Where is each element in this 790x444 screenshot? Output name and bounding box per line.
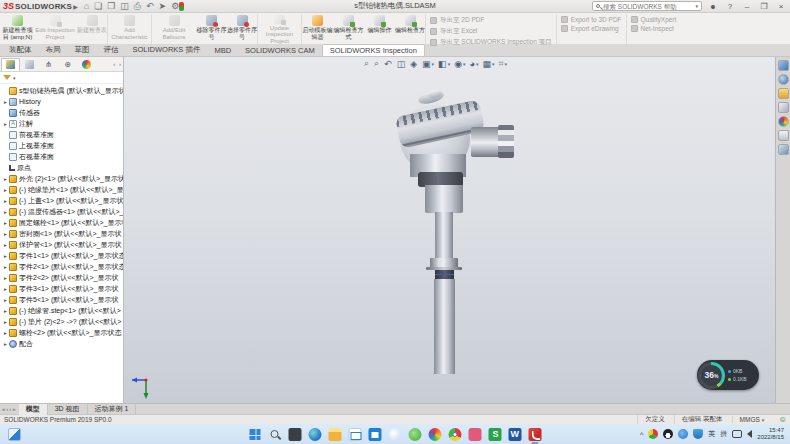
headsup-icon[interactable]: ⌕ xyxy=(374,58,380,69)
qat-icon[interactable]: ↶ xyxy=(146,1,154,11)
help-button[interactable]: ? xyxy=(724,2,736,11)
tree-item[interactable]: 右视基准面 xyxy=(0,151,123,162)
login-icon[interactable]: ☻ xyxy=(707,3,719,10)
model-tab[interactable]: 模型 xyxy=(19,404,48,415)
expand-arrow-icon[interactable]: ▸ xyxy=(2,297,9,303)
tree-item[interactable]: 原点 xyxy=(0,162,123,173)
gpu-tray-icon[interactable] xyxy=(648,429,658,439)
headsup-icon[interactable]: ◈ xyxy=(410,59,418,69)
export-menu-item[interactable]: 导出至 SOLIDWORKS Inspection 项目 xyxy=(430,38,552,47)
tree-item[interactable]: ▸ (-) 上盖<1> (默认<<默认>_显示状 xyxy=(0,195,123,206)
status-help-icon[interactable]: ⊜ xyxy=(779,415,786,424)
taskbar-icon[interactable] xyxy=(329,428,342,441)
tree-item[interactable]: ▸ 零件5<1> (默认<<默认>_显示状 xyxy=(0,294,123,305)
tree-item[interactable]: ▸ 密封圈<1> (默认<<默认>_显示状 xyxy=(0,228,123,239)
ribbon-button[interactable]: Add/Edit Balloons xyxy=(152,14,196,44)
task-pane-icon[interactable] xyxy=(778,60,789,71)
headsup-icon[interactable]: ◕ ▾ xyxy=(470,59,479,69)
tree-item[interactable]: ▸ 配合 xyxy=(0,338,123,349)
headsup-icon[interactable]: ⌕ xyxy=(364,58,370,69)
tree-item[interactable]: ▸ 固定螺栓<1> (默认<<默认>_显示状 xyxy=(0,217,123,228)
tree-item[interactable]: ▸ (-) 绝缘垫片<1> (默认<<默认>_显 xyxy=(0,184,123,195)
tree-item[interactable]: ▸ (-) 垫片 (2)<2> ->? (默认<<默认> xyxy=(0,316,123,327)
status-item[interactable]: 在编辑 装配体 xyxy=(674,415,732,424)
model-tab[interactable]: 运动算例 1 xyxy=(88,404,137,415)
expand-arrow-icon[interactable]: ▸ xyxy=(2,242,9,248)
taskbar-icon[interactable] xyxy=(289,428,302,441)
expand-arrow-icon[interactable]: ▸ xyxy=(2,121,9,127)
export-menu-item[interactable]: Export to 3D PDF xyxy=(561,16,622,23)
expand-arrow-icon[interactable]: ▸ xyxy=(2,198,9,204)
tree-item[interactable]: s型铂铑热电偶 (默认<默认_显示状态-1 xyxy=(0,85,123,96)
ribbon-button[interactable]: 编辑操作 xyxy=(364,14,395,44)
ime-mode-indicator[interactable]: 拼 xyxy=(720,429,727,439)
ribbon-button[interactable]: 移除零件序号 xyxy=(196,14,227,44)
thermocouple-model[interactable] xyxy=(376,90,516,390)
configurationmanager-tab[interactable]: ⋔ xyxy=(39,58,58,71)
headsup-icon[interactable]: ▦ ▾ xyxy=(482,59,494,69)
export-menu-item[interactable]: 导出至 2D PDF xyxy=(430,16,552,25)
ribbon-tab[interactable]: SOLIDWORKS Inspection xyxy=(322,44,425,56)
widgets-button[interactable] xyxy=(8,428,21,441)
ribbon-tab[interactable]: 布局 xyxy=(39,44,68,56)
expand-arrow-icon[interactable]: ▸ xyxy=(2,286,9,292)
search-caret-icon[interactable]: ▾ xyxy=(695,3,698,9)
headsup-icon[interactable]: ⌗ ▾ xyxy=(499,58,508,69)
export-menu-item[interactable]: 导出至 Excel xyxy=(430,27,552,36)
dimxpertmanager-tab[interactable]: ⊕ xyxy=(58,58,77,71)
qq-tray-icon[interactable] xyxy=(663,429,673,439)
taskbar-icon[interactable] xyxy=(429,428,442,441)
ribbon-tab[interactable]: SOLIDWORKS CAM xyxy=(238,44,322,56)
ribbon-tab[interactable]: 草图 xyxy=(68,44,97,56)
ribbon-tab[interactable]: 评估 xyxy=(97,44,126,56)
volume-icon[interactable] xyxy=(747,430,752,438)
displaymanager-tab[interactable] xyxy=(77,58,96,71)
tree-item[interactable]: 传感器 xyxy=(0,107,123,118)
headsup-icon[interactable]: ◉ ▾ xyxy=(454,59,465,69)
close-button[interactable]: × xyxy=(775,2,787,11)
taskbar-icon[interactable] xyxy=(309,428,322,441)
expand-arrow-icon[interactable]: ▸ xyxy=(2,319,9,325)
expand-arrow-icon[interactable]: ▸ xyxy=(2,231,9,237)
taskbar-icon[interactable] xyxy=(389,428,402,441)
help-search-box[interactable]: ▾ xyxy=(592,1,702,11)
graphics-viewport[interactable]: ⌕ ⌕ ↶ ◫ xyxy=(124,57,775,414)
filter-caret-icon[interactable]: ▾ xyxy=(13,75,16,81)
ribbon-tab[interactable]: 装配体 xyxy=(2,44,39,56)
taskbar-icon[interactable] xyxy=(529,428,542,441)
tree-item[interactable]: ▸ 外壳 (2)<1> (默认<<默认>_显示状 xyxy=(0,173,123,184)
taskbar-icon[interactable] xyxy=(509,428,522,441)
expand-arrow-icon[interactable]: ▸ xyxy=(2,308,9,314)
taskbar-icon[interactable] xyxy=(249,428,262,441)
ribbon-button[interactable]: Edit Inspection Project xyxy=(33,14,77,44)
logo-flyout-arrow[interactable]: ▶ xyxy=(73,3,78,10)
qat-icon[interactable]: ⌂ xyxy=(84,1,89,11)
tree-item[interactable]: ▸ 注解 xyxy=(0,118,123,129)
task-pane-icon[interactable] xyxy=(778,74,789,85)
task-pane-icon[interactable] xyxy=(778,116,789,127)
headsup-icon[interactable]: ◫ xyxy=(397,59,407,69)
app-tray-icon[interactable] xyxy=(678,429,688,439)
model-tab[interactable]: 3D 视图 xyxy=(48,404,88,415)
search-input[interactable] xyxy=(603,3,692,10)
expand-arrow-icon[interactable]: ▸ xyxy=(2,253,9,259)
headsup-icon[interactable]: ↶ xyxy=(384,59,393,69)
tab-nav-arrow[interactable]: » xyxy=(12,406,16,412)
tree-item[interactable]: ▸ 保护管<1> (默认<<默认>_显示状 xyxy=(0,239,123,250)
qat-icon[interactable]: ⎙ xyxy=(134,1,141,12)
ribbon-button[interactable]: 编辑检查方式 xyxy=(333,14,364,44)
restore-button[interactable]: ❐ xyxy=(758,2,770,11)
expand-arrow-icon[interactable]: ▸ xyxy=(2,220,9,226)
tree-item[interactable]: 前视基准面 xyxy=(0,129,123,140)
propertymanager-tab[interactable] xyxy=(20,58,39,71)
status-item[interactable]: 欠定义 xyxy=(637,415,674,424)
ribbon-button[interactable]: 选择零件序号 xyxy=(227,14,258,44)
expand-arrow-icon[interactable]: ▸ xyxy=(2,341,9,347)
panel-tab-scroll-arrows[interactable]: ‹ › xyxy=(113,61,122,67)
status-item[interactable]: MMGS ▾ xyxy=(732,416,772,423)
rebuild-traffic-icon[interactable] xyxy=(179,2,184,11)
tree-item[interactable]: ▸ 零件2<2> (默认<<默认>_显示状 xyxy=(0,272,123,283)
tree-item[interactable]: ▸ (-) 温度传感器<1> (默认<<默认>_ xyxy=(0,206,123,217)
display-tray-icon[interactable] xyxy=(732,430,742,438)
ribbon-button[interactable]: 启动模板编辑器 xyxy=(302,14,333,44)
